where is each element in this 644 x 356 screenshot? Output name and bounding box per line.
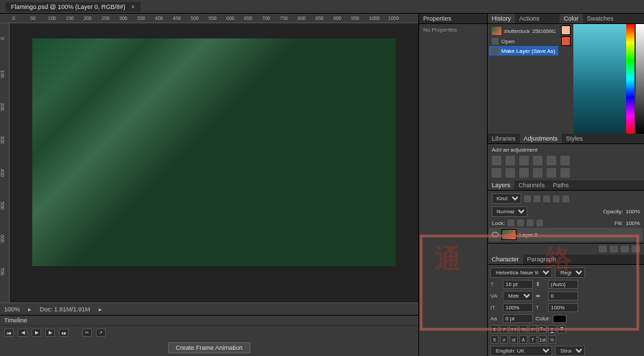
panel-icon[interactable] xyxy=(632,246,640,252)
underline-button[interactable]: T xyxy=(548,325,556,333)
panel-icon[interactable] xyxy=(610,246,618,252)
exposure-icon[interactable] xyxy=(533,156,542,165)
hscale-icon: T xyxy=(536,305,545,311)
history-tab[interactable]: History xyxy=(488,14,515,23)
font-style-select[interactable]: Regular xyxy=(555,268,585,278)
opentype-icon[interactable]: A xyxy=(519,335,527,344)
prev-frame-icon[interactable]: ◀ xyxy=(18,329,27,337)
baseline-input[interactable] xyxy=(503,314,533,323)
channels-tab[interactable]: Channels xyxy=(514,180,549,190)
history-item[interactable]: Open xyxy=(489,36,558,46)
lock-all-icon[interactable] xyxy=(536,219,543,226)
kerning-select[interactable]: Metrics xyxy=(503,291,533,301)
create-frame-animation-button[interactable]: Create Frame Animation xyxy=(168,342,250,353)
vscale-input[interactable] xyxy=(503,303,533,312)
tracking-input[interactable] xyxy=(548,292,578,300)
opentype-icon[interactable]: fi xyxy=(490,335,499,344)
layers-tab[interactable]: Layers xyxy=(488,180,514,190)
filter-smart-icon[interactable] xyxy=(562,195,569,202)
antialiasing-select[interactable]: Strong xyxy=(555,346,585,356)
text-color-swatch[interactable] xyxy=(553,315,567,323)
layer-name[interactable]: Layer 0 xyxy=(519,232,538,238)
filter-adjust-icon[interactable] xyxy=(534,195,540,202)
panel-icon[interactable] xyxy=(599,246,607,252)
zoom-level[interactable]: 100% xyxy=(4,306,20,313)
doc-info: Doc: 1.91M/1.91M xyxy=(40,306,91,313)
lock-image-icon[interactable] xyxy=(517,219,524,226)
posterize-icon[interactable] xyxy=(560,168,570,178)
superscript-button[interactable]: T¹ xyxy=(529,325,537,333)
document-tab[interactable]: Flamingo.psd @ 100% (Layer 0, RGB/8#) × xyxy=(5,2,141,12)
font-size-input[interactable] xyxy=(503,280,533,289)
opacity-value[interactable]: 100% xyxy=(626,209,640,215)
hue-slider[interactable] xyxy=(626,24,634,134)
transition-icon[interactable]: ↗ xyxy=(96,329,106,337)
properties-tab[interactable]: Properties xyxy=(419,14,487,24)
filter-type-icon[interactable] xyxy=(543,195,550,202)
invert-icon[interactable] xyxy=(547,168,556,178)
language-select[interactable]: English: UK xyxy=(490,346,552,356)
filter-pixel-icon[interactable] xyxy=(524,195,531,202)
close-icon[interactable]: × xyxy=(131,3,134,10)
styles-tab[interactable]: Styles xyxy=(562,134,587,143)
strikethrough-button[interactable]: T̶ xyxy=(558,325,566,333)
chevron-right-icon[interactable]: ▸ xyxy=(28,306,32,313)
goto-last-icon[interactable]: ⏭ xyxy=(59,329,69,337)
font-family-select[interactable]: Helvetica Neue W... xyxy=(490,268,552,278)
photo-canvas[interactable] xyxy=(32,38,396,266)
canvas-viewport[interactable] xyxy=(10,23,418,302)
foreground-color[interactable] xyxy=(561,25,571,35)
paths-tab[interactable]: Paths xyxy=(549,180,573,190)
layer-item[interactable]: Layer 0 xyxy=(489,228,643,241)
play-icon[interactable]: ▶ xyxy=(32,329,41,337)
baseline-icon: Aa xyxy=(490,316,500,322)
leading-icon: ⬍ xyxy=(536,281,545,287)
opentype-icon[interactable]: σ xyxy=(500,335,508,344)
hue-icon[interactable] xyxy=(560,156,570,165)
smallcaps-button[interactable]: Tt xyxy=(519,325,527,333)
opentype-icon[interactable]: ½ xyxy=(548,335,556,344)
scissors-icon[interactable]: ✂ xyxy=(82,329,92,337)
history-snapshot[interactable]: shutterstock_258160662.jpg xyxy=(489,25,558,36)
filter-shape-icon[interactable] xyxy=(553,195,560,202)
history-item[interactable]: Make Layer (Save As) xyxy=(489,46,558,56)
opentype-icon[interactable]: 1st xyxy=(538,335,547,344)
bw-icon[interactable] xyxy=(492,168,501,178)
value-slider[interactable] xyxy=(636,24,644,134)
paragraph-tab[interactable]: Paragraph xyxy=(523,254,560,264)
goto-first-icon[interactable]: ⏮ xyxy=(4,329,14,337)
adjustments-tab[interactable]: Adjustments xyxy=(520,134,562,143)
color-tab[interactable]: Color xyxy=(560,14,583,23)
opentype-icon[interactable]: st xyxy=(510,335,518,344)
chevron-right-icon[interactable]: ▸ xyxy=(99,306,102,313)
brightness-icon[interactable] xyxy=(492,156,501,165)
photo-filter-icon[interactable] xyxy=(505,168,515,178)
opentype-icon[interactable]: T xyxy=(529,335,537,344)
panel-icon[interactable] xyxy=(621,246,629,252)
vibrance-icon[interactable] xyxy=(547,156,556,165)
lock-position-icon[interactable] xyxy=(527,219,534,226)
libraries-tab[interactable]: Libraries xyxy=(488,134,520,143)
leading-input[interactable] xyxy=(548,280,578,289)
lock-transparent-icon[interactable] xyxy=(508,219,514,226)
actions-tab[interactable]: Actions xyxy=(515,14,544,23)
next-frame-icon[interactable]: ▶ xyxy=(45,329,55,337)
fill-value[interactable]: 100% xyxy=(626,220,640,226)
timeline-tab[interactable]: Timeline xyxy=(0,316,418,326)
character-tab[interactable]: Character xyxy=(488,254,523,264)
italic-button[interactable]: T xyxy=(500,325,508,333)
hscale-input[interactable] xyxy=(548,303,578,312)
levels-icon[interactable] xyxy=(505,156,515,165)
bold-button[interactable]: T xyxy=(490,325,499,333)
subscript-button[interactable]: T₁ xyxy=(538,325,547,333)
curves-icon[interactable] xyxy=(519,156,529,165)
lut-icon[interactable] xyxy=(533,168,542,178)
color-field[interactable] xyxy=(573,24,626,134)
background-color[interactable] xyxy=(561,36,571,46)
allcaps-button[interactable]: TT xyxy=(510,325,518,333)
channel-mixer-icon[interactable] xyxy=(519,168,529,178)
visibility-icon[interactable] xyxy=(492,232,499,237)
blend-mode-select[interactable]: Normal xyxy=(492,206,527,217)
layer-filter-select[interactable]: Kind xyxy=(492,193,521,204)
swatches-tab[interactable]: Swatches xyxy=(583,14,618,23)
